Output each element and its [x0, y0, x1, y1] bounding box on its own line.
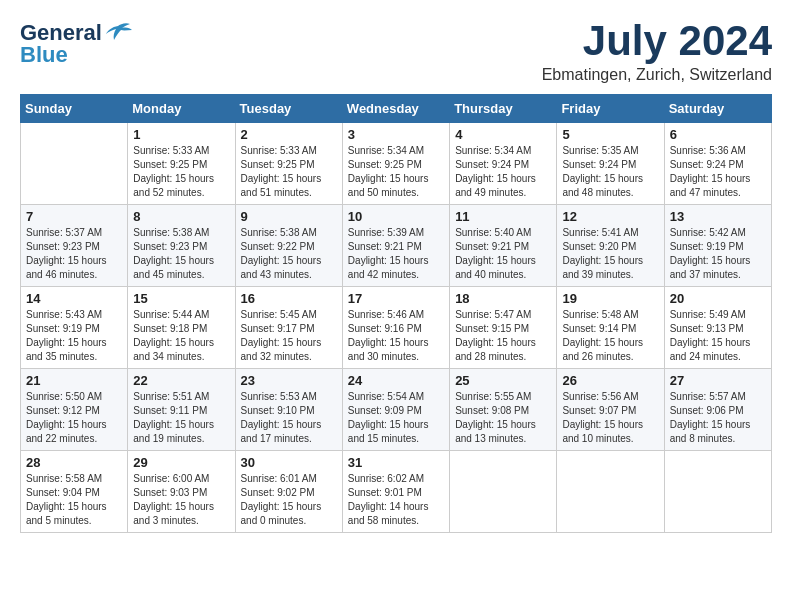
day-number: 6: [670, 127, 766, 142]
day-number: 20: [670, 291, 766, 306]
daylight-text: Daylight: 15 hours and 48 minutes.: [562, 172, 658, 200]
day-info: Sunrise: 5:40 AMSunset: 9:21 PMDaylight:…: [455, 226, 551, 282]
day-number: 31: [348, 455, 444, 470]
day-info: Sunrise: 5:45 AMSunset: 9:17 PMDaylight:…: [241, 308, 337, 364]
sunset-text: Sunset: 9:13 PM: [670, 322, 766, 336]
weekday-header-tuesday: Tuesday: [235, 95, 342, 123]
sunset-text: Sunset: 9:09 PM: [348, 404, 444, 418]
day-info: Sunrise: 5:42 AMSunset: 9:19 PMDaylight:…: [670, 226, 766, 282]
day-number: 24: [348, 373, 444, 388]
daylight-text: Daylight: 15 hours and 52 minutes.: [133, 172, 229, 200]
sunrise-text: Sunrise: 5:44 AM: [133, 308, 229, 322]
day-info: Sunrise: 5:46 AMSunset: 9:16 PMDaylight:…: [348, 308, 444, 364]
day-number: 14: [26, 291, 122, 306]
day-info: Sunrise: 6:00 AMSunset: 9:03 PMDaylight:…: [133, 472, 229, 528]
sunrise-text: Sunrise: 5:51 AM: [133, 390, 229, 404]
day-number: 27: [670, 373, 766, 388]
day-info: Sunrise: 5:53 AMSunset: 9:10 PMDaylight:…: [241, 390, 337, 446]
calendar-cell: [21, 123, 128, 205]
sunrise-text: Sunrise: 5:50 AM: [26, 390, 122, 404]
calendar-cell: 18Sunrise: 5:47 AMSunset: 9:15 PMDayligh…: [450, 287, 557, 369]
daylight-text: Daylight: 15 hours and 37 minutes.: [670, 254, 766, 282]
daylight-text: Daylight: 15 hours and 43 minutes.: [241, 254, 337, 282]
day-info: Sunrise: 5:49 AMSunset: 9:13 PMDaylight:…: [670, 308, 766, 364]
sunset-text: Sunset: 9:02 PM: [241, 486, 337, 500]
sunset-text: Sunset: 9:24 PM: [455, 158, 551, 172]
daylight-text: Daylight: 15 hours and 3 minutes.: [133, 500, 229, 528]
day-number: 15: [133, 291, 229, 306]
calendar-cell: [664, 451, 771, 533]
daylight-text: Daylight: 15 hours and 39 minutes.: [562, 254, 658, 282]
day-number: 28: [26, 455, 122, 470]
day-number: 19: [562, 291, 658, 306]
sunrise-text: Sunrise: 6:01 AM: [241, 472, 337, 486]
day-number: 29: [133, 455, 229, 470]
sunset-text: Sunset: 9:16 PM: [348, 322, 444, 336]
day-info: Sunrise: 5:48 AMSunset: 9:14 PMDaylight:…: [562, 308, 658, 364]
calendar-week-row: 7Sunrise: 5:37 AMSunset: 9:23 PMDaylight…: [21, 205, 772, 287]
day-info: Sunrise: 5:35 AMSunset: 9:24 PMDaylight:…: [562, 144, 658, 200]
calendar-cell: 24Sunrise: 5:54 AMSunset: 9:09 PMDayligh…: [342, 369, 449, 451]
calendar-cell: 16Sunrise: 5:45 AMSunset: 9:17 PMDayligh…: [235, 287, 342, 369]
sunset-text: Sunset: 9:14 PM: [562, 322, 658, 336]
sunrise-text: Sunrise: 5:49 AM: [670, 308, 766, 322]
daylight-text: Daylight: 15 hours and 46 minutes.: [26, 254, 122, 282]
sunrise-text: Sunrise: 5:34 AM: [455, 144, 551, 158]
day-info: Sunrise: 5:37 AMSunset: 9:23 PMDaylight:…: [26, 226, 122, 282]
day-info: Sunrise: 5:51 AMSunset: 9:11 PMDaylight:…: [133, 390, 229, 446]
logo: General Blue: [20, 20, 132, 68]
weekday-header-saturday: Saturday: [664, 95, 771, 123]
day-number: 12: [562, 209, 658, 224]
daylight-text: Daylight: 15 hours and 42 minutes.: [348, 254, 444, 282]
logo-blue: Blue: [20, 42, 68, 68]
daylight-text: Daylight: 15 hours and 15 minutes.: [348, 418, 444, 446]
day-number: 7: [26, 209, 122, 224]
calendar-cell: 13Sunrise: 5:42 AMSunset: 9:19 PMDayligh…: [664, 205, 771, 287]
weekday-header-friday: Friday: [557, 95, 664, 123]
sunrise-text: Sunrise: 5:35 AM: [562, 144, 658, 158]
sunrise-text: Sunrise: 5:39 AM: [348, 226, 444, 240]
day-number: 25: [455, 373, 551, 388]
sunrise-text: Sunrise: 5:37 AM: [26, 226, 122, 240]
daylight-text: Daylight: 14 hours and 58 minutes.: [348, 500, 444, 528]
calendar-cell: 22Sunrise: 5:51 AMSunset: 9:11 PMDayligh…: [128, 369, 235, 451]
day-number: 13: [670, 209, 766, 224]
daylight-text: Daylight: 15 hours and 30 minutes.: [348, 336, 444, 364]
daylight-text: Daylight: 15 hours and 50 minutes.: [348, 172, 444, 200]
sunrise-text: Sunrise: 5:58 AM: [26, 472, 122, 486]
weekday-header-wednesday: Wednesday: [342, 95, 449, 123]
daylight-text: Daylight: 15 hours and 34 minutes.: [133, 336, 229, 364]
sunset-text: Sunset: 9:25 PM: [133, 158, 229, 172]
calendar-week-row: 1Sunrise: 5:33 AMSunset: 9:25 PMDaylight…: [21, 123, 772, 205]
day-info: Sunrise: 5:38 AMSunset: 9:23 PMDaylight:…: [133, 226, 229, 282]
sunrise-text: Sunrise: 5:33 AM: [241, 144, 337, 158]
daylight-text: Daylight: 15 hours and 5 minutes.: [26, 500, 122, 528]
day-info: Sunrise: 5:33 AMSunset: 9:25 PMDaylight:…: [133, 144, 229, 200]
sunrise-text: Sunrise: 5:57 AM: [670, 390, 766, 404]
daylight-text: Daylight: 15 hours and 0 minutes.: [241, 500, 337, 528]
sunset-text: Sunset: 9:24 PM: [562, 158, 658, 172]
calendar-cell: [450, 451, 557, 533]
sunset-text: Sunset: 9:03 PM: [133, 486, 229, 500]
sunrise-text: Sunrise: 5:34 AM: [348, 144, 444, 158]
day-info: Sunrise: 5:56 AMSunset: 9:07 PMDaylight:…: [562, 390, 658, 446]
calendar-cell: 26Sunrise: 5:56 AMSunset: 9:07 PMDayligh…: [557, 369, 664, 451]
day-number: 23: [241, 373, 337, 388]
day-info: Sunrise: 5:34 AMSunset: 9:25 PMDaylight:…: [348, 144, 444, 200]
sunrise-text: Sunrise: 6:00 AM: [133, 472, 229, 486]
sunset-text: Sunset: 9:04 PM: [26, 486, 122, 500]
sunrise-text: Sunrise: 5:55 AM: [455, 390, 551, 404]
day-number: 5: [562, 127, 658, 142]
calendar-cell: 27Sunrise: 5:57 AMSunset: 9:06 PMDayligh…: [664, 369, 771, 451]
calendar-cell: 19Sunrise: 5:48 AMSunset: 9:14 PMDayligh…: [557, 287, 664, 369]
day-info: Sunrise: 5:36 AMSunset: 9:24 PMDaylight:…: [670, 144, 766, 200]
sunset-text: Sunset: 9:23 PM: [26, 240, 122, 254]
day-number: 18: [455, 291, 551, 306]
daylight-text: Daylight: 15 hours and 8 minutes.: [670, 418, 766, 446]
day-number: 11: [455, 209, 551, 224]
location-title: Ebmatingen, Zurich, Switzerland: [542, 66, 772, 84]
day-number: 8: [133, 209, 229, 224]
day-number: 4: [455, 127, 551, 142]
sunrise-text: Sunrise: 5:43 AM: [26, 308, 122, 322]
sunset-text: Sunset: 9:23 PM: [133, 240, 229, 254]
